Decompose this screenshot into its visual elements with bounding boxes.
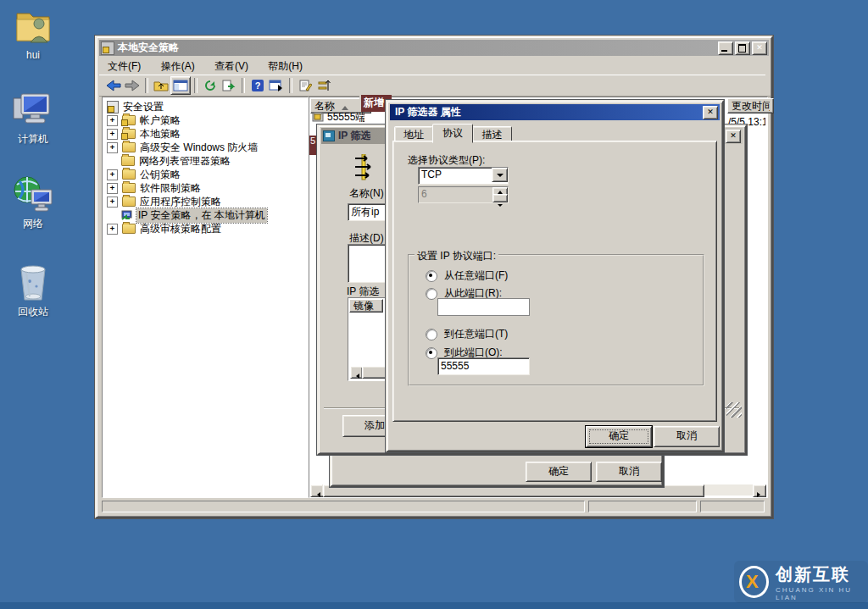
- radio-icon[interactable]: [426, 270, 437, 282]
- recycle-bin-icon: [13, 261, 53, 305]
- expand-icon[interactable]: +: [107, 169, 118, 180]
- refresh-icon[interactable]: [201, 77, 220, 94]
- radio-icon[interactable]: [426, 288, 437, 300]
- name-label: 名称(N): [349, 186, 384, 201]
- scroll-left-button[interactable]: [350, 366, 363, 379]
- chevron-down-icon[interactable]: [492, 168, 508, 182]
- tree-item-account-policies[interactable]: + 帐户策略: [107, 113, 181, 127]
- toolbar: ?: [99, 75, 771, 97]
- tree-item-software-restriction[interactable]: + 软件限制策略: [107, 181, 201, 195]
- menu-file[interactable]: 文件(F): [99, 57, 149, 76]
- folder-icon: [122, 142, 136, 152]
- protocol-type-combobox[interactable]: TCP: [418, 167, 509, 185]
- spinner-value: 6: [421, 188, 427, 200]
- dialog-icon: [323, 130, 335, 141]
- tree-item-application-control[interactable]: + 应用程序控制策略: [107, 195, 221, 208]
- tree-item-local-policies[interactable]: + 本地策略: [107, 127, 181, 141]
- up-folder-icon[interactable]: [152, 77, 170, 94]
- tree-item-windows-firewall[interactable]: + 高级安全 Windows 防火墙: [107, 141, 258, 154]
- desktop-icon-hui[interactable]: hui: [8, 5, 58, 61]
- expand-icon[interactable]: +: [107, 224, 118, 235]
- maximize-button[interactable]: [735, 42, 750, 55]
- close-icon[interactable]: ✕: [726, 130, 741, 143]
- spinner-down-icon[interactable]: [492, 194, 508, 202]
- security-settings-icon: [107, 101, 119, 113]
- policy-icon: [312, 111, 325, 125]
- folder-icon: [121, 156, 135, 166]
- tab-protocol[interactable]: 协议: [432, 124, 473, 143]
- radio-from-any-port[interactable]: 从任意端口(F): [426, 269, 508, 283]
- protocol-tab-panel: 选择协议类型(P): TCP 6 设置 IP 协议端口: 从任意端口(F): [392, 141, 717, 422]
- ip-filter-icon: [353, 154, 376, 185]
- tree-item-network-list-manager[interactable]: 网络列表管理器策略: [121, 154, 231, 168]
- expand-icon[interactable]: +: [107, 115, 118, 126]
- expand-icon[interactable]: +: [107, 142, 118, 153]
- radio-icon[interactable]: [426, 329, 437, 340]
- console-tree-icon[interactable]: [170, 76, 191, 95]
- cancel-button[interactable]: 取消: [654, 426, 720, 447]
- ip-filter-properties-dialog: IP 筛选器 属性 ✕ 地址 协议 描述 选择协议类型(P): TCP 6 设置…: [386, 100, 724, 452]
- close-button[interactable]: ✕: [752, 42, 767, 55]
- brand-subtitle: CHUANG XIN HU LIAN: [776, 586, 868, 601]
- combobox-value: TCP: [421, 169, 442, 180]
- tree-item-ip-security-policies[interactable]: IP 安全策略，在 本地计算机: [121, 208, 267, 222]
- expand-icon[interactable]: +: [107, 129, 118, 140]
- desktop-icon-label: 回收站: [5, 305, 61, 319]
- folder-icon: [122, 197, 136, 207]
- main-title-bar[interactable]: 本地安全策略 ✕: [99, 40, 769, 56]
- expand-icon[interactable]: +: [107, 197, 118, 208]
- ipsec-policy-icon: [121, 210, 132, 220]
- background-dialog-buttons: 确定 取消: [330, 450, 664, 487]
- desktop-icon-computer[interactable]: 计算机: [5, 88, 61, 147]
- folder-icon: [122, 224, 136, 234]
- reorder-icon[interactable]: [314, 77, 333, 94]
- menu-action[interactable]: 操作(A): [153, 57, 203, 76]
- ok-button[interactable]: 确定: [586, 426, 652, 447]
- console-tree-pane: 安全设置 + 帐户策略 + 本地策略 + 高级安全 Windows 防火墙 网络…: [102, 97, 309, 498]
- tree-item-public-key[interactable]: + 公钥策略: [107, 168, 181, 181]
- radio-icon[interactable]: [426, 347, 437, 359]
- minimize-button[interactable]: [718, 42, 733, 55]
- menu-help[interactable]: 帮助(H): [259, 57, 311, 76]
- status-bar: [100, 500, 766, 513]
- forward-icon[interactable]: [123, 77, 142, 94]
- brand-logo-icon: X: [739, 566, 769, 598]
- svg-text:?: ?: [255, 80, 261, 91]
- resize-grip[interactable]: [726, 402, 742, 418]
- menu-view[interactable]: 查看(V): [206, 57, 257, 76]
- mirror-column-header[interactable]: 镜像: [349, 299, 383, 313]
- help-icon[interactable]: ?: [248, 77, 267, 94]
- policy-name: 55555端: [327, 110, 364, 125]
- properties-title-bar[interactable]: IP 筛选器 属性 ✕: [390, 104, 720, 120]
- folder-lock-icon: [122, 115, 136, 125]
- desktop-icon-recycle-bin[interactable]: 回收站: [5, 261, 61, 319]
- export-list-icon[interactable]: [220, 77, 238, 94]
- desktop-icon-label: hui: [8, 49, 58, 61]
- menu-bar: 文件(F) 操作(A) 查看(V) 帮助(H): [99, 57, 765, 75]
- list-row-policy[interactable]: 55555端: [312, 110, 364, 125]
- scroll-right-button[interactable]: [753, 484, 766, 497]
- console-window-icon: [101, 42, 114, 55]
- ok-button[interactable]: 确定: [526, 462, 592, 482]
- list-header-changed-time[interactable]: 更改时间: [727, 98, 774, 113]
- brand-name: 创新互联: [776, 563, 868, 586]
- protocol-number-spinner: 6: [418, 186, 509, 203]
- dialog-title: IP 筛选器 属性: [392, 105, 461, 119]
- new-document-icon[interactable]: [296, 77, 314, 94]
- cancel-button[interactable]: 取消: [596, 462, 662, 482]
- tree-item-advanced-audit[interactable]: + 高级审核策略配置: [107, 222, 221, 235]
- radio-to-any-port[interactable]: 到任意端口(T): [426, 327, 508, 341]
- expand-icon[interactable]: +: [107, 183, 118, 194]
- folder-icon: [122, 169, 136, 180]
- close-icon[interactable]: ✕: [703, 106, 718, 119]
- folder-lock-icon: [122, 129, 136, 139]
- desktop-icon-network[interactable]: 网络: [5, 173, 61, 231]
- tree-root[interactable]: 安全设置: [107, 100, 164, 113]
- dialog-title: IP 筛选: [338, 129, 370, 143]
- new-window-icon[interactable]: [267, 77, 286, 94]
- port-settings-group: 设置 IP 协议端口: 从任意端口(F) 从此端口(R): 到任意端口(T) 到…: [408, 254, 704, 386]
- from-port-input[interactable]: [437, 298, 530, 316]
- back-icon[interactable]: [104, 77, 123, 94]
- to-port-input[interactable]: 55555: [437, 357, 530, 375]
- folder-icon: [122, 183, 136, 193]
